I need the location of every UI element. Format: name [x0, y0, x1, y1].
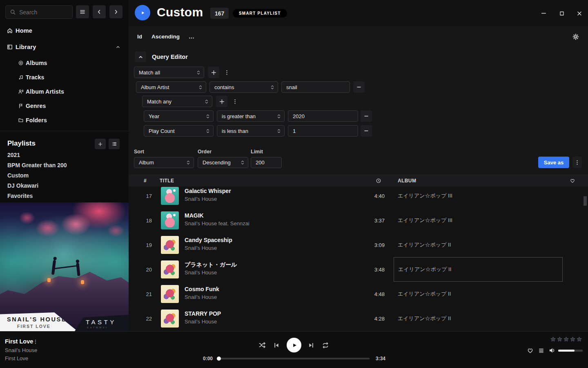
playlist-item[interactable]: BPM Greater than 200 [0, 160, 129, 170]
rule-field-select[interactable]: Year [144, 110, 214, 122]
queue-button[interactable] [538, 348, 544, 354]
now-playing-title[interactable]: First Love [5, 338, 33, 345]
album-art-thumbnail[interactable] [161, 310, 179, 328]
table-row[interactable]: 20 プラネット・ガール Snail’s House 3:48 エイリアン☆ポッ… [129, 257, 588, 282]
match-all-select[interactable]: Match all [134, 67, 204, 78]
playlist-item[interactable]: DJ Okawari [0, 180, 129, 191]
album-cell[interactable]: エイリアン☆ポップ II [394, 282, 563, 306]
table-row[interactable]: 19 Candy Spaceship Snail’s House 3:09 エイ… [129, 233, 588, 257]
rule-group-menu-button[interactable] [223, 67, 230, 78]
volume-button[interactable] [548, 347, 556, 354]
table-row[interactable]: 18 MAGIK Snail’s House feat. Sennzai 3:3… [129, 208, 588, 233]
album-art-thumbnail[interactable] [161, 236, 179, 254]
album-art-thumbnail[interactable] [161, 285, 179, 303]
sidebar-item-genres[interactable]: Genres [0, 100, 129, 112]
repeat-button[interactable] [321, 341, 330, 349]
table-row[interactable]: 17 Galactic Whisper Snail’s House 4:40 エ… [129, 186, 588, 208]
album-art-thumbnail[interactable] [161, 260, 179, 278]
star-icon[interactable] [570, 336, 576, 342]
settings-button[interactable] [572, 34, 579, 40]
album-cell[interactable]: エイリアン☆ポップ II [394, 306, 563, 331]
query-editor-collapse-button[interactable] [135, 52, 146, 62]
window-minimize-button[interactable] [540, 9, 548, 17]
track-artist[interactable]: Snail’s House [185, 245, 217, 251]
star-icon[interactable] [557, 336, 563, 342]
menu-button[interactable] [76, 5, 89, 18]
shuffle-button[interactable] [258, 341, 267, 349]
play-playlist-button[interactable] [135, 5, 150, 20]
star-icon[interactable] [550, 336, 556, 342]
sidebar-item-album-artists[interactable]: Album Artists [0, 86, 129, 97]
album-cell[interactable]: エイリアン☆ポップ II [394, 257, 563, 282]
album-cell[interactable]: エイリアン☆ポップ III [394, 186, 563, 208]
table-row[interactable]: 22 STARRY POP Snail’s House 4:28 エイリアン☆ポ… [129, 306, 588, 331]
rule-field-select[interactable]: Album Artist [136, 81, 206, 93]
sort-direction-button[interactable]: Ascending [151, 34, 180, 40]
track-artist[interactable]: Snail’s House feat. Sennzai [185, 220, 249, 227]
sort-field-button[interactable]: Id [137, 34, 142, 40]
star-icon[interactable] [576, 336, 582, 342]
now-playing-cover-art[interactable]: SNAIL'S HOUSE FIRST LOVE TASTY EATMMXI [0, 202, 129, 331]
next-button[interactable] [307, 342, 315, 349]
now-playing-artist[interactable]: Snail’s House [5, 347, 37, 353]
rule-value-input[interactable] [281, 81, 350, 93]
track-artist[interactable]: Snail’s House [185, 196, 217, 202]
sidebar-item-home[interactable]: Home [0, 25, 129, 37]
column-header-album[interactable]: ALBUM [398, 175, 416, 186]
sidebar-item-albums[interactable]: Albums [0, 57, 129, 69]
remove-rule-button[interactable] [361, 125, 372, 137]
save-menu-button[interactable] [572, 157, 582, 168]
track-artist[interactable]: Snail’s House [185, 269, 217, 276]
rule-value-input[interactable] [288, 110, 358, 122]
rule-field-select[interactable]: Play Count [144, 125, 214, 137]
seek-slider[interactable] [218, 358, 370, 359]
table-row[interactable]: 21 Cosmo Funk Snail’s House 4:48 エイリアン☆ポ… [129, 282, 588, 306]
sidebar-item-folders[interactable]: Folders [0, 114, 129, 126]
sort-select[interactable]: Album [134, 157, 194, 168]
track-title[interactable]: Galactic Whisper [185, 188, 231, 194]
album-cell[interactable]: エイリアン☆ポップ II [394, 233, 563, 257]
favorite-button[interactable] [527, 347, 534, 354]
rule-value-input[interactable] [288, 125, 358, 137]
playlist-item[interactable]: Favorites [0, 191, 129, 201]
sidebar-item-library[interactable]: Library [0, 41, 129, 53]
previous-button[interactable] [273, 342, 280, 349]
album-art-thumbnail[interactable] [161, 187, 179, 205]
add-rule-button[interactable] [208, 67, 219, 78]
track-title[interactable]: Cosmo Funk [185, 286, 219, 292]
album-art-thumbnail[interactable] [161, 211, 179, 229]
playlist-list-button[interactable] [109, 139, 120, 149]
add-rule-button[interactable] [216, 96, 227, 107]
column-header-favorite[interactable] [570, 175, 575, 186]
rule-operator-select[interactable]: is greater than [217, 110, 285, 122]
chevron-up-icon[interactable] [116, 45, 120, 49]
more-options-button[interactable] [188, 35, 195, 41]
star-icon[interactable] [563, 336, 569, 342]
nav-back-button[interactable] [93, 5, 106, 18]
track-title[interactable]: STARRY POP [185, 310, 221, 317]
album-cell[interactable]: エイリアン☆ポップ III [394, 208, 563, 233]
now-playing-menu-button[interactable] [33, 339, 38, 345]
remove-rule-button[interactable] [353, 81, 365, 93]
column-header-index[interactable]: # [144, 175, 147, 186]
track-artist[interactable]: Snail’s House [185, 319, 217, 325]
track-artist[interactable]: Snail’s House [185, 294, 217, 300]
window-maximize-button[interactable] [558, 9, 566, 17]
column-header-duration[interactable] [376, 175, 381, 186]
playlist-item[interactable]: 2021 [0, 150, 129, 160]
create-playlist-button[interactable] [95, 139, 106, 149]
column-header-title[interactable]: TITLE [160, 175, 174, 186]
volume-slider[interactable] [558, 350, 583, 352]
track-title[interactable]: Candy Spaceship [185, 237, 232, 243]
nav-forward-button[interactable] [109, 5, 122, 18]
save-as-button[interactable]: Save as [538, 157, 569, 168]
order-select[interactable]: Descending [198, 157, 248, 168]
table-scrollbar-thumb[interactable] [584, 196, 587, 206]
track-title[interactable]: MAGIK [185, 212, 204, 219]
play-pause-button[interactable] [287, 338, 301, 352]
now-playing-album[interactable]: First Love [5, 355, 28, 361]
seek-knob[interactable] [217, 357, 221, 361]
sidebar-item-tracks[interactable]: Tracks [0, 72, 129, 83]
limit-input[interactable] [251, 157, 282, 168]
rule-operator-select[interactable]: is less than [217, 125, 285, 137]
